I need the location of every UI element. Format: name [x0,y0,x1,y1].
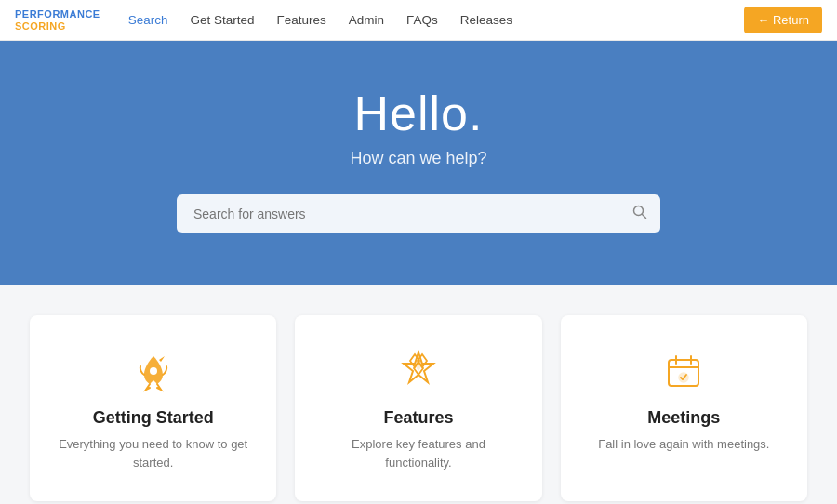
nav-releases[interactable]: Releases [451,9,522,31]
nav-features[interactable]: Features [268,9,336,31]
card-getting-started-desc: Everything you need to know to get start… [52,435,254,471]
hero-subtitle: How can we help? [19,149,818,168]
return-button[interactable]: ← Return [744,7,822,33]
card-getting-started-title: Getting Started [52,408,254,428]
card-meetings-desc: Fall in love again with meetings. [583,435,785,454]
navbar: PERFORMANCE SCORING Search Get Started F… [0,0,837,41]
logo-line1: PERFORMANCE [15,8,100,20]
logo: PERFORMANCE SCORING [15,8,100,31]
card-meetings-title: Meetings [583,408,785,428]
nav-faqs[interactable]: FAQs [397,9,447,31]
hero-title: Hello. [19,86,818,141]
nav-search[interactable]: Search [119,9,178,31]
hero-section: Hello. How can we help? [0,41,837,285]
nav-links: Search Get Started Features Admin FAQs R… [119,9,745,31]
features-icon [396,349,441,393]
search-bar [177,194,660,233]
meetings-icon [661,349,706,393]
card-features-title: Features [317,408,519,428]
rocket-icon [131,349,176,393]
svg-point-2 [150,367,157,375]
search-input[interactable] [177,194,660,233]
nav-admin[interactable]: Admin [339,9,393,31]
nav-get-started[interactable]: Get Started [180,9,263,31]
cards-grid: Getting Started Everything you need to k… [0,285,837,504]
card-features[interactable]: Features Explore key features and functi… [295,315,541,501]
search-icon [632,205,647,219]
logo-line2: SCORING [15,20,66,32]
search-submit-button[interactable] [632,205,647,223]
card-features-desc: Explore key features and functionality. [317,435,519,471]
card-getting-started[interactable]: Getting Started Everything you need to k… [30,315,276,501]
svg-line-1 [643,215,646,219]
card-meetings[interactable]: Meetings Fall in love again with meeting… [561,315,807,501]
